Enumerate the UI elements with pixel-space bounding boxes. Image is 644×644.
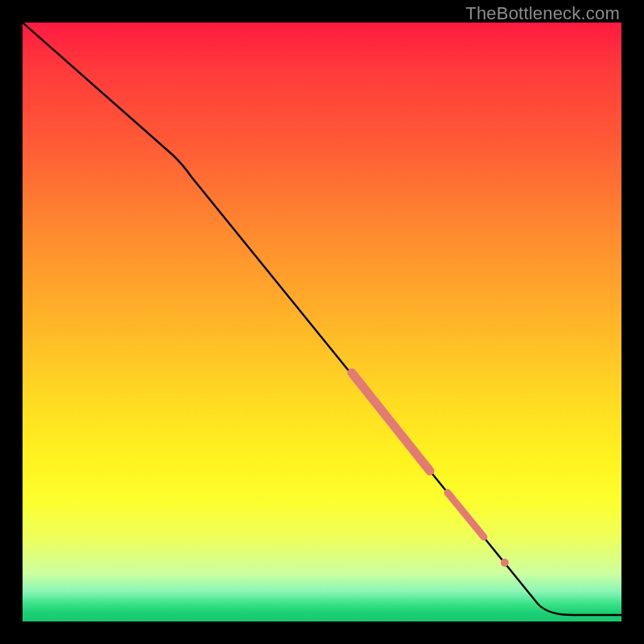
chart-svg	[23, 23, 621, 621]
highlight-dot-1	[501, 559, 509, 567]
highlight-segment-2	[448, 493, 484, 537]
watermark-text: TheBottleneck.com	[465, 3, 620, 24]
highlight-segment-1	[352, 373, 430, 471]
chart-outer: TheBottleneck.com	[0, 0, 644, 644]
curve-main	[23, 23, 621, 615]
plot-area	[23, 23, 621, 621]
